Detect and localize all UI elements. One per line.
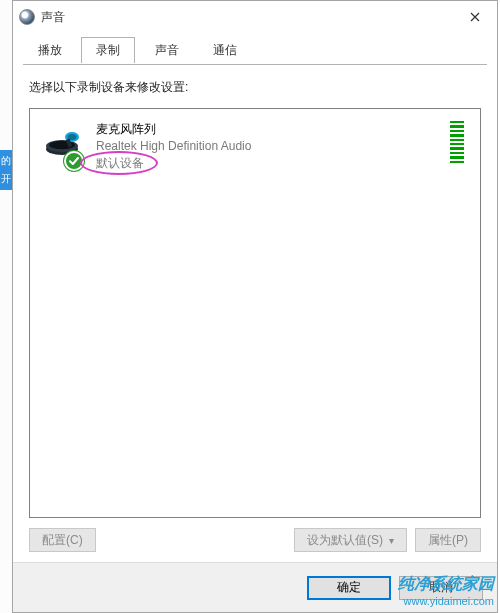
tabstrip: 播放 录制 声音 通信 — [23, 37, 487, 65]
device-icon-wrap — [42, 121, 86, 165]
device-item[interactable]: 麦克风阵列 Realtek High Definition Audio 默认设备 — [36, 117, 474, 175]
device-list[interactable]: 麦克风阵列 Realtek High Definition Audio 默认设备 — [29, 108, 481, 518]
close-icon — [470, 12, 480, 22]
tab-recording[interactable]: 录制 — [81, 37, 135, 63]
window-title: 声音 — [41, 9, 453, 26]
device-name: 麦克风阵列 — [96, 121, 442, 138]
device-text: 麦克风阵列 Realtek High Definition Audio 默认设备 — [96, 121, 442, 171]
level-meter — [450, 121, 464, 163]
device-status-text: 默认设备 — [96, 156, 144, 170]
device-driver: Realtek High Definition Audio — [96, 138, 442, 155]
default-check-badge — [64, 151, 84, 171]
background-selected-row: 的 开 — [0, 150, 12, 190]
tab-client-area: 选择以下录制设备来修改设置: — [13, 65, 497, 562]
instruction-text: 选择以下录制设备来修改设置: — [29, 79, 481, 96]
device-status: 默认设备 — [96, 155, 144, 172]
configure-button: 配置(C) — [29, 528, 96, 552]
set-default-button: 设为默认值(S) — [294, 528, 407, 552]
tab-playback[interactable]: 播放 — [23, 37, 77, 63]
app-icon — [19, 9, 35, 25]
close-button[interactable] — [453, 2, 497, 32]
dialog-action-row: 确定 取消 — [13, 562, 497, 612]
background-window-sliver: 的 开 — [0, 0, 12, 613]
titlebar: 声音 — [13, 1, 497, 33]
cancel-button[interactable]: 取消 — [399, 576, 483, 600]
device-action-row: 配置(C) 设为默认值(S) 属性(P) — [29, 528, 481, 552]
sound-dialog: 声音 播放 录制 声音 通信 选择以下录制设备来修改设置: — [12, 0, 498, 613]
properties-button: 属性(P) — [415, 528, 481, 552]
tab-sounds[interactable]: 声音 — [140, 37, 194, 63]
ok-button[interactable]: 确定 — [307, 576, 391, 600]
tab-communications[interactable]: 通信 — [198, 37, 252, 63]
